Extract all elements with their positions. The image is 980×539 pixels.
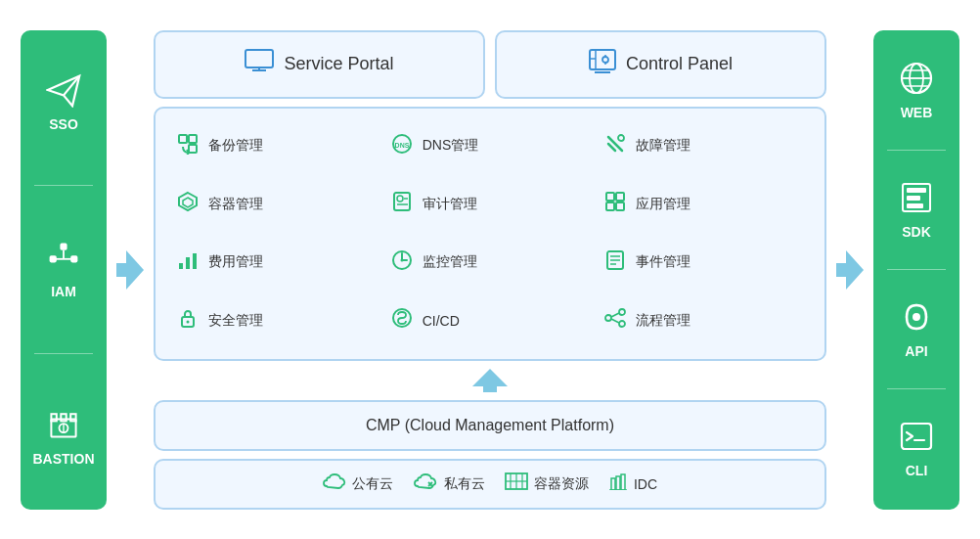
svg-rect-77 bbox=[907, 203, 923, 208]
svg-line-28 bbox=[608, 137, 622, 151]
cloud-resources-box: 公有云 私有云 bbox=[154, 459, 826, 510]
svg-rect-2 bbox=[60, 244, 67, 250]
svg-rect-41 bbox=[179, 263, 183, 269]
right-arrow-head bbox=[846, 250, 864, 290]
public-cloud-icon bbox=[323, 472, 346, 495]
svg-point-53 bbox=[187, 321, 190, 324]
workflow-icon bbox=[602, 307, 628, 334]
arrow-body bbox=[116, 263, 126, 277]
divider-r1 bbox=[887, 150, 946, 151]
control-panel-icon bbox=[589, 49, 616, 80]
management-box: 备份管理 DNS DNS管理 bbox=[154, 107, 826, 361]
fault-icon bbox=[602, 133, 628, 159]
private-cloud-icon bbox=[413, 472, 438, 495]
svg-line-59 bbox=[611, 319, 619, 323]
svg-point-55 bbox=[605, 315, 611, 321]
sidebar-item-iam: IAM bbox=[46, 240, 81, 299]
web-icon bbox=[899, 61, 934, 101]
svg-rect-23 bbox=[179, 135, 187, 143]
svg-point-57 bbox=[619, 321, 625, 327]
divider-1 bbox=[34, 185, 93, 186]
sso-label: SSO bbox=[49, 116, 78, 132]
service-portal-icon bbox=[245, 49, 274, 80]
main-panels: Service Portal Control Panel bbox=[154, 30, 826, 510]
right-arrow-body bbox=[836, 263, 846, 277]
fault-label: 故障管理 bbox=[636, 137, 690, 155]
app-icon bbox=[602, 191, 628, 217]
mgmt-item-monitor: 监控管理 bbox=[385, 237, 596, 290]
cost-label: 费用管理 bbox=[208, 253, 263, 271]
api-label: API bbox=[905, 343, 927, 359]
public-cloud-label: 公有云 bbox=[352, 475, 393, 493]
container-resource-label: 容器资源 bbox=[534, 475, 589, 493]
sidebar-item-api: API bbox=[899, 299, 934, 359]
security-label: 安全管理 bbox=[208, 312, 263, 330]
svg-point-47 bbox=[400, 258, 403, 261]
diagram-container: SSO IAM bbox=[11, 11, 969, 529]
bastion-label: BASTION bbox=[33, 451, 95, 467]
cicd-label: CI/CD bbox=[423, 313, 460, 329]
workflow-label: 流程管理 bbox=[636, 312, 690, 330]
api-icon bbox=[899, 299, 934, 339]
svg-rect-24 bbox=[189, 135, 197, 143]
mgmt-item-cost: 费用管理 bbox=[171, 237, 381, 290]
event-icon bbox=[602, 249, 628, 276]
svg-rect-37 bbox=[606, 193, 614, 201]
sdk-icon bbox=[899, 180, 934, 220]
cicd-icon bbox=[389, 307, 415, 334]
iam-label: IAM bbox=[51, 284, 76, 299]
cost-icon bbox=[175, 249, 200, 276]
mgmt-item-audit: 审计管理 bbox=[385, 178, 596, 231]
sso-icon bbox=[46, 72, 81, 112]
svg-rect-43 bbox=[193, 253, 197, 269]
arrow-head bbox=[126, 250, 144, 290]
up-arrow-container bbox=[154, 369, 826, 392]
sidebar-item-cli: CLI bbox=[899, 419, 934, 478]
idc-icon bbox=[608, 472, 628, 495]
mgmt-item-fault: 故障管理 bbox=[599, 120, 809, 173]
svg-rect-13 bbox=[245, 50, 273, 67]
svg-line-58 bbox=[611, 313, 619, 317]
svg-rect-67 bbox=[621, 474, 625, 490]
mgmt-item-event: 事件管理 bbox=[599, 237, 809, 290]
right-arrow bbox=[832, 250, 868, 290]
container-resource-item: 容器资源 bbox=[505, 472, 589, 495]
divider-r2 bbox=[887, 269, 946, 270]
left-arrow bbox=[112, 250, 148, 290]
svg-rect-75 bbox=[907, 188, 926, 193]
monitor-label: 监控管理 bbox=[423, 253, 477, 271]
sidebar-item-sso: SSO bbox=[46, 72, 81, 132]
right-arrow-shape bbox=[836, 250, 864, 290]
svg-line-29 bbox=[608, 144, 615, 151]
svg-marker-32 bbox=[183, 198, 193, 207]
mgmt-item-backup: 备份管理 bbox=[171, 120, 381, 173]
private-cloud-item: 私有云 bbox=[413, 472, 485, 495]
svg-point-78 bbox=[913, 313, 920, 321]
sdk-label: SDK bbox=[902, 224, 931, 240]
control-panel-box: Control Panel bbox=[495, 30, 826, 99]
mgmt-item-app: 应用管理 bbox=[599, 178, 809, 231]
container-resource-icon bbox=[505, 472, 528, 495]
web-label: WEB bbox=[901, 105, 933, 120]
svg-rect-66 bbox=[616, 476, 620, 490]
mgmt-item-security: 安全管理 bbox=[171, 294, 381, 347]
dns-label: DNS管理 bbox=[423, 137, 479, 155]
svg-rect-40 bbox=[616, 202, 624, 210]
bastion-icon bbox=[46, 407, 81, 447]
svg-point-19 bbox=[602, 57, 608, 63]
event-label: 事件管理 bbox=[636, 253, 690, 271]
top-row: Service Portal Control Panel bbox=[154, 30, 826, 99]
service-portal-label: Service Portal bbox=[284, 54, 393, 74]
sidebar-item-bastion: BASTION bbox=[33, 407, 95, 467]
up-arrow bbox=[472, 369, 508, 392]
service-portal-box: Service Portal bbox=[154, 30, 485, 99]
svg-rect-39 bbox=[606, 202, 614, 210]
sidebar-item-web: WEB bbox=[899, 61, 934, 120]
cli-label: CLI bbox=[906, 463, 928, 478]
left-arrow-shape bbox=[116, 250, 144, 290]
idc-label: IDC bbox=[634, 476, 657, 492]
control-panel-label: Control Panel bbox=[626, 54, 733, 74]
security-icon bbox=[175, 307, 200, 334]
svg-point-56 bbox=[619, 309, 625, 315]
left-sidebar: SSO IAM bbox=[21, 30, 107, 510]
